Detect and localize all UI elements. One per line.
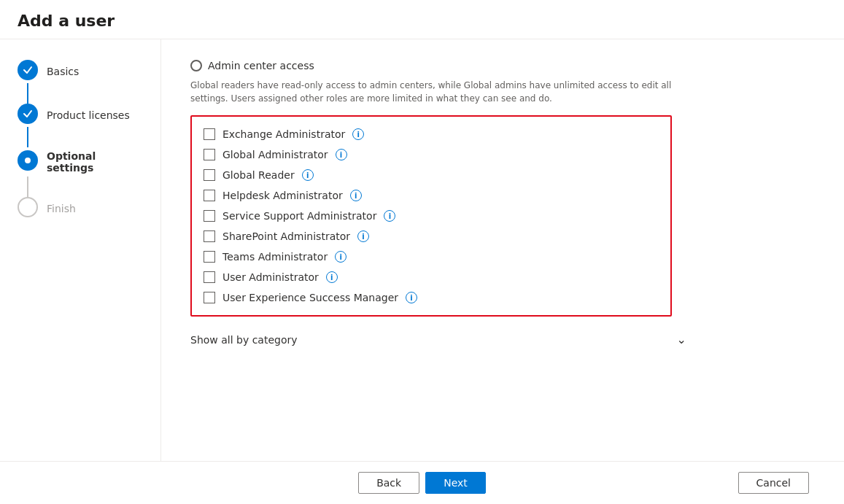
step-line-2 (27, 127, 28, 147)
step-product-icon (18, 104, 38, 124)
footer-inner: Back Next Cancel (18, 472, 826, 494)
step-finish: Finish (18, 197, 76, 217)
info-icon-user-exp-success[interactable]: i (406, 292, 417, 303)
role-checkbox-user-admin[interactable] (204, 271, 215, 283)
role-item: Global Readeri (204, 165, 659, 185)
role-checkbox-sharepoint-admin[interactable] (204, 230, 215, 242)
show-all-label: Show all by category (190, 334, 298, 346)
step-optional-icon (18, 150, 38, 171)
role-item: User Experience Success Manageri (204, 287, 659, 308)
page-header: Add a user (0, 0, 844, 39)
role-list-box: Exchange AdministratoriGlobal Administra… (190, 115, 672, 317)
info-icon-global-reader[interactable]: i (302, 169, 314, 181)
role-checkbox-global-admin[interactable] (204, 149, 215, 160)
role-item: SharePoint Administratori (204, 226, 659, 247)
step-finish-icon (18, 197, 38, 217)
admin-center-header: Admin center access (190, 60, 815, 71)
back-button[interactable]: Back (358, 472, 419, 494)
step-basics: Basics (18, 60, 79, 80)
role-label-user-exp-success: User Experience Success Manager (222, 292, 398, 303)
info-icon-global-admin[interactable]: i (336, 149, 347, 160)
step-product: Product licenses (18, 104, 130, 124)
role-checkbox-helpdesk-admin[interactable] (204, 190, 215, 201)
step-optional-group: Optional settings (18, 147, 143, 197)
role-item: Helpdesk Administratori (204, 185, 659, 206)
role-label-exchange-admin: Exchange Administrator (222, 128, 345, 140)
role-item: Service Support Administratori (204, 206, 659, 226)
admin-center-label: Admin center access (208, 60, 314, 71)
role-item: User Administratori (204, 267, 659, 287)
cancel-button[interactable]: Cancel (738, 472, 809, 494)
chevron-down-icon: ⌄ (677, 333, 686, 346)
role-checkbox-user-exp-success[interactable] (204, 292, 215, 303)
info-icon-teams-admin[interactable]: i (335, 251, 346, 263)
step-optional: Optional settings (18, 147, 143, 174)
info-icon-helpdesk-admin[interactable]: i (350, 190, 362, 201)
step-basics-label: Basics (47, 63, 79, 77)
role-item: Teams Administratori (204, 247, 659, 267)
step-basics-icon (18, 60, 38, 80)
step-line-1 (27, 83, 28, 104)
page-title: Add a user (18, 12, 826, 30)
checkmark-icon (23, 65, 33, 75)
page-body: Basics Product licenses (0, 39, 844, 461)
main-content: Admin center access Global readers have … (160, 39, 844, 461)
step-optional-label: Optional settings (47, 147, 143, 174)
role-label-teams-admin: Teams Administrator (222, 251, 328, 263)
show-all-row[interactable]: Show all by category ⌄ (190, 330, 686, 349)
info-icon-sharepoint-admin[interactable]: i (357, 230, 369, 242)
next-button[interactable]: Next (425, 472, 486, 494)
step-product-label: Product licenses (47, 106, 130, 121)
page-footer: Back Next Cancel (0, 461, 844, 504)
role-label-helpdesk-admin: Helpdesk Administrator (222, 190, 343, 201)
step-finish-group: Finish (18, 197, 143, 220)
step-line-3 (27, 177, 28, 197)
role-label-global-reader: Global Reader (222, 169, 295, 181)
checkmark-icon-2 (23, 109, 33, 119)
active-dot-icon (24, 157, 31, 164)
info-icon-user-admin[interactable]: i (326, 271, 338, 283)
role-checkbox-exchange-admin[interactable] (204, 128, 215, 140)
step-finish-label: Finish (47, 200, 76, 214)
role-checkbox-service-support-admin[interactable] (204, 210, 215, 222)
role-label-service-support-admin: Service Support Administrator (222, 210, 376, 222)
info-icon-exchange-admin[interactable]: i (352, 128, 364, 140)
role-label-user-admin: User Administrator (222, 271, 319, 283)
page-wrapper: Add a user Basics (0, 0, 844, 504)
stepper: Basics Product licenses (0, 39, 160, 461)
role-item: Exchange Administratori (204, 124, 659, 144)
step-basics-group: Basics (18, 60, 143, 104)
svg-point-0 (25, 158, 31, 163)
admin-center-radio[interactable] (190, 60, 202, 71)
admin-center-description: Global readers have read-only access to … (190, 79, 701, 105)
role-item: Global Administratori (204, 144, 659, 165)
info-icon-service-support-admin[interactable]: i (384, 210, 395, 222)
step-product-group: Product licenses (18, 104, 143, 147)
role-label-sharepoint-admin: SharePoint Administrator (222, 230, 350, 242)
footer-center: Back Next (358, 472, 486, 494)
role-checkbox-teams-admin[interactable] (204, 251, 215, 263)
role-checkbox-global-reader[interactable] (204, 169, 215, 181)
role-label-global-admin: Global Administrator (222, 149, 328, 160)
